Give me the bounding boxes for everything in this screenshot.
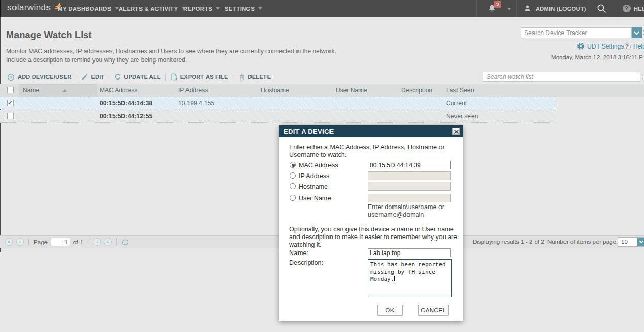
refresh-icon[interactable] [121,239,129,246]
dialog-titlebar[interactable]: EDIT A DEVICE [279,125,463,137]
solarwinds-logo[interactable]: solarwinds [7,3,62,13]
nav-settings[interactable]: SETTINGS [225,0,262,17]
window-left-edge-dark [0,0,1,17]
nav-divider [476,0,477,17]
page-title: Manage Watch List [6,30,92,41]
udt-settings-link[interactable]: UDT Settings [577,42,624,50]
nav-help-button[interactable]: ? HELP [623,0,644,17]
dialog-title: EDIT A DEVICE [284,128,334,135]
dialog-intro-line2: Username to watch. [289,151,347,159]
radio-mac-address[interactable] [290,162,296,168]
export-file-icon [170,73,178,81]
select-chevron-button [637,238,644,246]
search-device-tracker-input[interactable] [521,27,632,38]
column-header-name[interactable]: Name [19,84,97,97]
notifications-button[interactable]: 3 [484,0,514,17]
dialog-intro-line1: Enter either a MAC Address, IP Address, … [289,144,445,151]
nav-divider [590,0,590,17]
column-header-mac[interactable]: MAC Address [100,87,137,94]
user-menu[interactable]: ADMIN (LOGOUT) [524,0,586,17]
cancel-button[interactable]: CANCEL [418,305,449,316]
select-all-checkbox[interactable] [7,87,14,93]
nav-divider [617,0,617,17]
nav-divider [516,0,517,17]
delete-label: DELETE [248,74,271,80]
description-line: missing by TH since [370,268,449,276]
description-textarea[interactable]: This has been reported missing by TH sin… [368,259,452,297]
last-page-button[interactable] [104,238,112,246]
column-header-ip[interactable]: IP Address [178,87,208,94]
ok-button[interactable]: OK [377,305,403,316]
hostname-input [368,182,451,191]
items-per-page-label: Number of items per page: [547,239,618,245]
radio-user-name-label: User Name [299,195,331,202]
search-icon [596,4,607,14]
delete-button[interactable]: DELETE [238,73,271,81]
radio-ip-address-label: IP Address [299,172,329,180]
items-per-page-select[interactable]: 10 [618,237,644,247]
radio-user-name[interactable] [290,195,296,201]
nav-my-dashboards-label: MY DASHBOARDS [58,6,111,12]
nav-reports-label: REPORTS [183,6,212,12]
column-header-description[interactable]: Description [401,87,432,94]
plus-circle-icon [7,73,15,81]
update-all-button[interactable]: UPDATE ALL [114,73,160,81]
nav-my-dashboards[interactable]: MY DASHBOARDS [58,0,119,17]
column-header-username[interactable]: User Name [336,87,367,94]
chevron-down-icon [639,239,643,243]
column-header-lastseen[interactable]: Last Seen [446,87,474,94]
page-number-input[interactable] [51,238,70,246]
radio-hostname[interactable] [290,183,296,189]
trash-icon [238,73,245,81]
edit-button[interactable]: EDIT [81,73,104,81]
export-as-file-button[interactable]: EXPORT AS FILE [170,73,228,81]
next-page-button[interactable] [93,238,101,246]
cell-mac-address: 00:15:5D:44:12:55 [100,113,152,120]
description-line: This has been reported [370,261,449,268]
search-scope-dropdown-button[interactable] [632,27,642,38]
close-icon [454,129,459,134]
description-field-label: Description: [289,259,323,266]
toolbar-separator [233,73,233,81]
optional-text-line1: Optionally, you can give this device a n… [289,226,454,233]
udt-help-link[interactable]: ? Help [623,43,644,50]
sort-ascending-icon [62,89,67,92]
cell-ip-address: 10.199.4.155 [178,100,214,107]
manage-watch-list-page: solarwinds MY DASHBOARDS ALERTS & ACTIVI… [0,0,644,332]
nav-alerts-activity[interactable]: ALERTS & ACTIVITY [119,0,186,17]
nav-help-label: HELP [634,6,644,12]
nav-settings-label: SETTINGS [225,6,255,12]
user-name-input [368,194,451,202]
logo-text: solarwinds [7,3,51,13]
device-name-input[interactable] [368,248,451,257]
row-checkbox[interactable] [7,100,14,106]
gear-icon [577,42,585,50]
username-hint-line1: Enter domain\username or [368,203,444,211]
page-of-label: of 1 [73,239,83,245]
chevron-down-icon [258,7,262,10]
help-icon: ? [623,43,631,50]
row-checkbox[interactable] [7,113,14,119]
cell-last-seen: Never seen [446,113,478,120]
table-row[interactable]: 00:15:5D:44:14:38 10.199.4.155 Current [0,97,555,109]
column-header-hostname[interactable]: Hostname [261,87,289,94]
udt-help-label: Help [633,43,644,50]
name-column-label: Name [23,87,39,94]
nav-reports[interactable]: REPORTS [183,0,220,17]
previous-page-button[interactable] [16,238,24,246]
page-description-line1: Monitor MAC addresses, IP addresses, Hos… [6,48,336,55]
ip-address-input [368,171,451,180]
text-cursor [394,276,395,281]
first-page-button[interactable] [5,238,13,246]
radio-ip-address[interactable] [290,172,296,179]
nav-search-button[interactable] [596,4,607,16]
table-row[interactable]: 00:15:5D:44:12:55 Never seen [0,110,555,123]
username-hint-line2: username@domain [368,211,424,219]
update-all-label: UPDATE ALL [124,74,160,80]
search-watch-list-input[interactable] [483,72,640,82]
add-device-user-button[interactable]: ADD DEVICE/USER [7,73,71,81]
mac-address-input[interactable] [368,161,451,169]
close-button[interactable] [452,128,460,135]
page-label: Page [34,239,48,245]
radio-mac-address-label: MAC Address [299,162,338,169]
